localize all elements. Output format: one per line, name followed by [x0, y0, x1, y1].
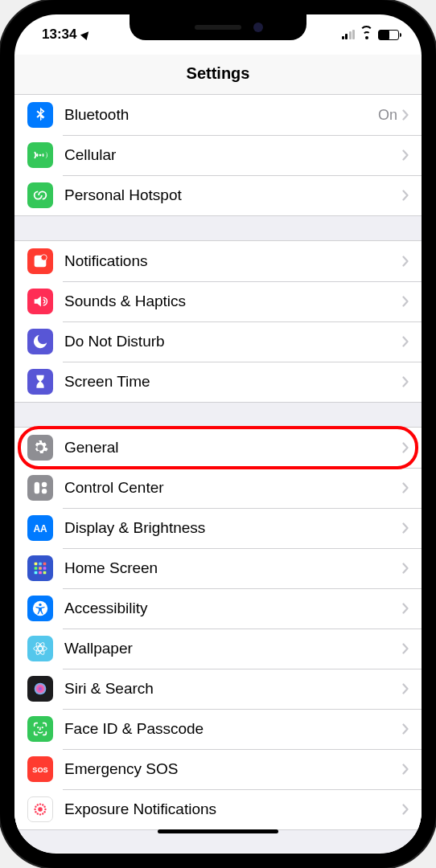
svg-point-27	[43, 811, 45, 813]
row-label: Sounds & Haptics	[64, 293, 402, 310]
dnd-icon	[27, 329, 53, 354]
chevron-right-icon	[402, 296, 409, 307]
svg-point-33	[35, 806, 36, 808]
chevron-right-icon	[402, 683, 409, 694]
settings-row-sos[interactable]: SOSEmergency SOS	[14, 749, 422, 789]
bluetooth-icon	[27, 102, 53, 128]
chevron-right-icon	[402, 804, 409, 815]
settings-row-accessibility[interactable]: Accessibility	[14, 588, 422, 628]
chevron-right-icon	[402, 643, 409, 654]
svg-point-37	[43, 806, 45, 808]
accessibility-icon	[27, 596, 53, 621]
phone-frame: 13:34 Settings BluetoothOnCellularPerson…	[0, 0, 436, 868]
location-icon	[80, 29, 92, 40]
settings-row-controlcenter[interactable]: Control Center	[14, 468, 422, 508]
nav-header: Settings	[14, 55, 422, 95]
svg-point-22	[37, 727, 39, 728]
faceid-icon	[27, 716, 53, 742]
settings-row-screentime[interactable]: Screen Time	[14, 362, 422, 402]
battery-icon	[378, 30, 399, 40]
svg-point-30	[37, 813, 39, 814]
row-label: Bluetooth	[64, 106, 378, 124]
svg-point-29	[39, 813, 41, 815]
svg-text:AA: AA	[33, 523, 47, 534]
settings-row-faceid[interactable]: Face ID & Passcode	[14, 709, 422, 749]
svg-point-16	[39, 604, 41, 606]
settings-row-homescreen[interactable]: Home Screen	[14, 548, 422, 588]
svg-rect-7	[39, 563, 42, 566]
svg-point-17	[38, 646, 43, 651]
svg-point-36	[42, 804, 43, 805]
row-label: Emergency SOS	[64, 760, 402, 778]
svg-rect-8	[43, 563, 47, 566]
svg-point-18	[34, 646, 47, 651]
settings-row-cellular[interactable]: Cellular	[14, 135, 422, 175]
notch	[130, 14, 306, 40]
sounds-icon	[27, 289, 53, 314]
sos-icon: SOS	[27, 756, 53, 782]
settings-list[interactable]: BluetoothOnCellularPersonal HotspotNotif…	[14, 95, 422, 853]
row-label: Notifications	[64, 252, 402, 270]
svg-point-3	[42, 482, 47, 487]
chevron-right-icon	[402, 603, 409, 614]
svg-point-34	[37, 804, 39, 805]
settings-row-general[interactable]: General	[14, 428, 422, 468]
cellular-icon	[27, 142, 53, 168]
chevron-right-icon	[402, 256, 409, 267]
chevron-right-icon	[402, 723, 409, 735]
wallpaper-icon	[27, 636, 53, 661]
chevron-right-icon	[402, 482, 409, 493]
row-label: General	[64, 439, 402, 457]
settings-row-sounds[interactable]: Sounds & Haptics	[14, 281, 422, 321]
settings-row-bluetooth[interactable]: BluetoothOn	[14, 95, 422, 135]
row-label: Personal Hotspot	[64, 186, 402, 204]
svg-point-21	[35, 683, 47, 695]
svg-point-26	[44, 809, 46, 810]
svg-point-25	[38, 807, 43, 812]
svg-rect-11	[43, 567, 47, 570]
svg-point-31	[35, 811, 36, 813]
hotspot-icon	[27, 182, 53, 208]
settings-group: NotificationsSounds & HapticsDo Not Dist…	[14, 240, 422, 403]
row-label: Control Center	[64, 479, 402, 497]
svg-point-35	[39, 803, 41, 805]
row-label: Screen Time	[64, 373, 402, 391]
exposure-icon	[27, 796, 53, 822]
general-icon	[27, 435, 53, 461]
svg-rect-10	[39, 567, 42, 570]
svg-rect-14	[43, 571, 47, 575]
home-indicator[interactable]	[158, 829, 278, 833]
cellular-signal-icon	[342, 30, 356, 39]
chevron-right-icon	[402, 149, 409, 161]
row-label: Cellular	[64, 146, 402, 164]
settings-row-display[interactable]: AADisplay & Brightness	[14, 508, 422, 548]
chevron-right-icon	[402, 442, 409, 453]
settings-row-hotspot[interactable]: Personal Hotspot	[14, 175, 422, 215]
settings-row-exposure[interactable]: Exposure Notifications	[14, 789, 422, 829]
settings-row-siri[interactable]: Siri & Search	[14, 669, 422, 709]
svg-rect-13	[39, 571, 42, 575]
screen: 13:34 Settings BluetoothOnCellularPerson…	[14, 14, 422, 854]
settings-row-wallpaper[interactable]: Wallpaper	[14, 628, 422, 669]
svg-point-28	[42, 813, 43, 814]
row-label: Home Screen	[64, 559, 402, 577]
row-label: Display & Brightness	[64, 519, 402, 537]
settings-row-notifications[interactable]: Notifications	[14, 241, 422, 281]
settings-row-dnd[interactable]: Do Not Disturb	[14, 321, 422, 362]
homescreen-icon	[27, 555, 53, 581]
chevron-right-icon	[402, 109, 409, 121]
row-value: On	[378, 107, 397, 124]
svg-point-23	[42, 727, 43, 728]
chevron-right-icon	[402, 336, 409, 347]
svg-point-32	[34, 809, 35, 810]
svg-rect-12	[35, 571, 38, 575]
siri-icon	[27, 676, 53, 702]
controlcenter-icon	[27, 475, 53, 501]
row-label: Face ID & Passcode	[64, 720, 402, 738]
row-label: Accessibility	[64, 600, 402, 617]
page-title: Settings	[14, 64, 422, 83]
row-label: Do Not Disturb	[64, 333, 402, 350]
row-label: Exposure Notifications	[64, 800, 402, 818]
settings-group: BluetoothOnCellularPersonal Hotspot	[14, 95, 422, 216]
svg-rect-6	[35, 563, 38, 566]
